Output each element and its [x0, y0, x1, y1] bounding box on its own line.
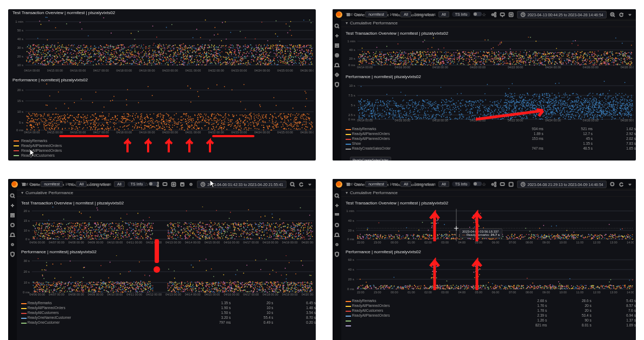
svg-point-3031 — [161, 114, 162, 116]
section-header[interactable]: ▸Cumulative Performance — [341, 189, 636, 197]
chart-performance[interactable]: 30 s 20 s 10 s 0 ms 04/06 00:0004/07 00:… — [19, 255, 314, 297]
legend-item[interactable]: ReadyAllPlannedOrders — [21, 144, 62, 147]
explore-icon[interactable] — [334, 53, 340, 58]
filter-transactions[interactable]: All — [438, 11, 449, 17]
svg-point-10530 — [551, 235, 552, 236]
svg-point-9539 — [114, 283, 116, 284]
svg-point-6187 — [398, 111, 399, 112]
svg-point-5041 — [469, 59, 470, 60]
legend-row[interactable]: ReadyCreateSalesOrder 747 ms48.5 s1.65 s — [343, 146, 636, 151]
plus-icon[interactable] — [334, 203, 340, 208]
svg-point-4435 — [516, 60, 517, 61]
svg-point-8185 — [100, 233, 101, 234]
toggle[interactable] — [473, 12, 482, 16]
dashboard-icon[interactable] — [334, 213, 340, 218]
filter-host[interactable]: All — [400, 11, 411, 17]
gear-icon[interactable] — [334, 242, 340, 247]
chart-performance[interactable]: 60 s 40 s 20 s 0 ms 22:0023:0000:0001:00… — [343, 255, 634, 294]
svg-point-7595 — [58, 227, 59, 228]
svg-point-9956 — [144, 283, 145, 284]
svg-point-7063 — [602, 93, 603, 94]
search-icon[interactable] — [334, 193, 340, 198]
section-header[interactable]: ▸Cumulative Performance — [17, 189, 316, 197]
svg-point-5006 — [481, 61, 482, 62]
svg-point-1977 — [38, 50, 39, 52]
svg-point-3002 — [194, 124, 195, 125]
chart-overview[interactable]: 1 min 40 s 20 s 0 ms 04/14 00:0004/16 00… — [343, 37, 634, 69]
legend-table: ReadyRemarks 934 ms521 ms1.62 s ReadyAll… — [343, 126, 636, 151]
svg-point-8303 — [269, 224, 270, 226]
dashboard-icon[interactable] — [334, 43, 340, 48]
legend-row[interactable]: ReadyOneNamedCustomer 3.20 s55.4 s8.70 s — [19, 315, 316, 320]
svg-point-4755 — [519, 60, 520, 61]
legend-row[interactable]: ReadyAllPlannedOrders 2.39 s53.4 s6.94 s — [343, 313, 636, 318]
gear-icon[interactable] — [334, 72, 340, 78]
legend-row[interactable]: ReadyRemarks 934 ms521 ms1.62 s — [343, 126, 636, 131]
shield-icon[interactable] — [10, 252, 15, 257]
legend-row[interactable]: ReadyAllPlannedOrders 1.89 s12.7 s2.92 s — [343, 131, 636, 136]
legend-row[interactable]: Show 1.35 s7.83 s — [343, 141, 636, 146]
tsinfo-pill[interactable]: TS Info — [452, 12, 471, 17]
search-icon[interactable] — [10, 193, 15, 198]
dashboard-icon[interactable] — [10, 213, 15, 218]
svg-point-5519 — [361, 102, 362, 103]
svg-point-382 — [81, 60, 82, 61]
alert-icon[interactable] — [10, 232, 15, 238]
svg-point-4395 — [566, 54, 568, 55]
legend-row[interactable]: ReadyOneCustomer 797 ms0.49 s0.20 s — [19, 320, 316, 325]
explore-icon[interactable] — [334, 222, 340, 228]
svg-point-7676 — [61, 230, 62, 231]
svg-point-6949 — [592, 112, 594, 113]
legend-row[interactable]: ReadyAllCustomers 1.78 s20 s7.6 s — [343, 308, 636, 313]
plus-icon[interactable] — [334, 33, 340, 39]
svg-point-7270 — [241, 228, 242, 229]
shield-icon[interactable] — [334, 252, 340, 257]
svg-point-5204 — [513, 111, 514, 112]
legend-item[interactable]: ReadyAllCustomers — [21, 153, 55, 157]
legend-item[interactable]: ReadyAllPlannedOrders — [21, 149, 62, 152]
svg-point-863 — [85, 53, 86, 54]
legend-row[interactable]: ReadyAllPlannedOrders 153 ms45 s2.02 s — [343, 136, 636, 141]
explore-icon[interactable] — [10, 222, 15, 228]
legend-row[interactable]: ReadyAllPlannedOrders 1.90 s10 s1.48 s — [19, 305, 316, 310]
svg-point-908 — [291, 45, 292, 46]
svg-point-982 — [89, 50, 90, 51]
svg-point-8856 — [111, 290, 112, 291]
legend-row[interactable]: 1.26 s90 s1.37 s — [343, 318, 636, 323]
chart-overview[interactable]: 20 s 15 s 10 s 0 s 04/06 00:0004/07 00:0… — [19, 207, 314, 245]
alert-icon[interactable] — [334, 232, 340, 238]
plus-icon[interactable] — [10, 203, 15, 208]
svg-point-1428 — [113, 48, 114, 49]
svg-point-6102 — [614, 100, 615, 101]
svg-point-3917 — [544, 54, 545, 55]
svg-point-3245 — [243, 123, 244, 124]
legend-row[interactable]: ReadyAllCustomers 1.50 s10 s3.54 s — [19, 310, 316, 315]
svg-point-4847 — [431, 47, 432, 48]
legend-item[interactable]: ReadyRemarks — [21, 139, 47, 143]
legend-row[interactable]: 821 ms8.01 s1.09 s — [343, 323, 636, 328]
svg-point-6901 — [507, 108, 508, 109]
svg-point-6517 — [577, 112, 578, 113]
chart-overview[interactable]: 1 min 50 s 40 s 30 s 20 s 10 s 04/14 00:… — [10, 16, 314, 73]
filter-testcase[interactable]: normltest — [365, 11, 387, 17]
chart-overview[interactable]: 1 min 40 s 20 s 0 ms 22:0023:0000:0001:0… — [343, 207, 634, 245]
legend-row[interactable]: ReadyRemarks 2.68 s28.6 s5.43 s — [343, 298, 636, 303]
alert-icon[interactable] — [334, 62, 340, 68]
svg-point-2952 — [141, 127, 142, 128]
cursor-icon — [30, 149, 36, 157]
chart-performance[interactable]: 20 s 15 s 10 s 5 s 0 ms 04/14 00:0004/15… — [10, 84, 314, 134]
legend-row[interactable]: ReadyAllPlannedOrders 1.76 s20 s8.57 s — [343, 303, 636, 308]
svg-point-1375 — [306, 57, 307, 59]
gear-icon[interactable] — [10, 242, 15, 247]
legend-row[interactable]: ReadyRemarks 1.35 s20 s6.45 s — [19, 300, 316, 305]
svg-point-6850 — [549, 94, 550, 95]
svg-point-4814 — [424, 60, 425, 61]
svg-point-3291 — [33, 121, 34, 123]
search-icon[interactable] — [334, 23, 340, 29]
svg-point-5033 — [569, 60, 570, 61]
side-nav — [333, 190, 341, 340]
svg-point-10561 — [632, 239, 633, 240]
shield-icon[interactable] — [334, 82, 340, 87]
section-header[interactable]: ▸Cumulative Performance — [341, 20, 636, 27]
chart-performance[interactable]: 10 s 7.5 s 5 s 2.5 s 0 ms 04/14 00:0004/… — [343, 80, 634, 123]
